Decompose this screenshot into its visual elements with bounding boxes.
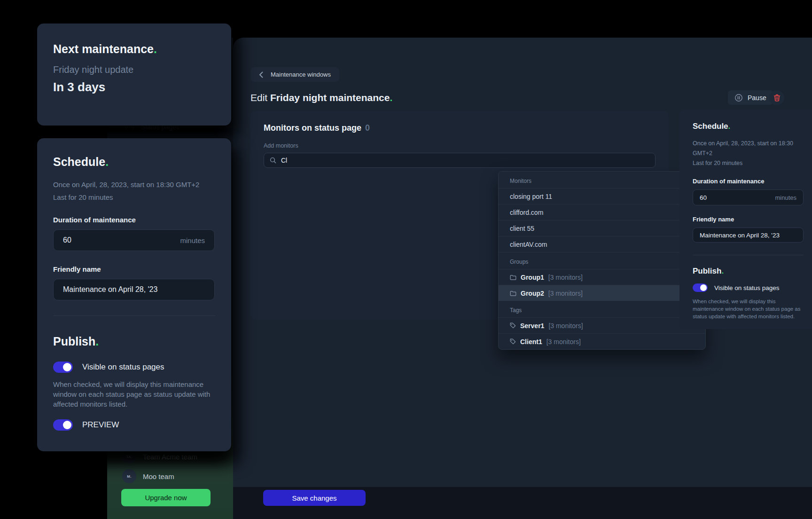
- pause-circle-icon: [734, 94, 743, 102]
- folder-icon: [510, 291, 516, 296]
- duration-label: Duration of maintenance: [53, 216, 215, 224]
- dropdown-item-monitor[interactable]: client 55: [499, 220, 705, 236]
- preview-toggle-label: PREVIEW: [82, 420, 119, 430]
- dropdown-section-tags: Tags: [499, 301, 705, 317]
- chevron-left-icon: [259, 71, 263, 78]
- next-maintenance-card: Next maintenance. Friday night update In…: [37, 24, 231, 126]
- add-monitors-label: Add monitors: [264, 142, 656, 149]
- next-maintenance-countdown: In 3 days: [53, 80, 215, 94]
- toggle-knob: [700, 284, 707, 291]
- visible-toggle[interactable]: [693, 283, 708, 292]
- dropdown-section-groups: Groups: [499, 252, 705, 269]
- next-maintenance-title: Next maintenance.: [53, 42, 215, 56]
- publish-heading: Publish.: [693, 267, 804, 276]
- preview-toggle-row: PREVIEW: [53, 419, 215, 431]
- monitors-panel-title: Monitors on status page0: [264, 123, 656, 133]
- schedule-card-heading: Schedule.: [53, 155, 215, 169]
- toggle-knob: [63, 421, 71, 429]
- next-maintenance-subtitle: Friday night update: [53, 64, 215, 75]
- dropdown-item-tag[interactable]: Client1[3 monitors]: [499, 333, 705, 349]
- back-button-label: Maintenance windows: [271, 71, 331, 78]
- publish-heading: Publish.: [53, 335, 215, 348]
- app-root: Status pages TA. Team Acme team M. Moo t…: [0, 0, 812, 519]
- footer-bar: Save changes: [233, 487, 812, 519]
- tag-icon: [510, 338, 516, 345]
- dropdown-item-tag[interactable]: Server1[3 monitors]: [499, 317, 705, 333]
- visible-toggle[interactable]: [53, 362, 73, 373]
- folder-icon: [510, 275, 516, 280]
- search-icon: [270, 157, 276, 164]
- delete-button[interactable]: [769, 90, 784, 105]
- team-avatar: M.: [122, 469, 136, 483]
- visible-description: When checked, we will display this maint…: [693, 298, 804, 320]
- friendly-name-input[interactable]: [63, 285, 204, 294]
- duration-unit: minutes: [180, 236, 205, 244]
- team-name: Team Acme team: [143, 453, 197, 461]
- duration-input[interactable]: [63, 236, 166, 244]
- schedule-heading: Schedule.: [693, 122, 804, 131]
- monitor-search-box[interactable]: [264, 153, 656, 168]
- friendly-name-field[interactable]: [693, 228, 804, 243]
- pause-button-label: Pause: [748, 94, 766, 102]
- dropdown-section-monitors: Monitors: [499, 172, 705, 188]
- visible-toggle-row: Visible on status pages: [693, 283, 804, 292]
- divider: [53, 315, 215, 316]
- back-button[interactable]: Maintenance windows: [250, 67, 339, 82]
- schedule-meta: Once on April, 28, 2023, start on 18:30 …: [693, 139, 804, 168]
- monitor-search-dropdown: Monitors closing port 11 clifford.com cl…: [498, 171, 706, 350]
- dropdown-item-monitor[interactable]: closing port 11: [499, 188, 705, 204]
- schedule-card-meta: Once on April, 28, 2023, start on 18:30 …: [53, 178, 215, 204]
- tag-icon: [510, 322, 516, 329]
- visible-toggle-row: Visible on status pages: [53, 362, 215, 373]
- duration-input[interactable]: [700, 194, 770, 201]
- friendly-name-field[interactable]: [53, 279, 215, 300]
- sidebar-team-moo[interactable]: M. Moo team: [122, 469, 174, 483]
- toggle-knob: [63, 363, 71, 371]
- preview-toggle[interactable]: [53, 419, 73, 431]
- friendly-name-label: Friendly name: [693, 216, 804, 223]
- sidebar-team-acme[interactable]: TA. Team Acme team: [122, 449, 197, 464]
- trash-icon: [773, 94, 781, 102]
- dropdown-item-group[interactable]: Group1[3 monitors]: [499, 269, 705, 285]
- duration-field[interactable]: minutes: [53, 229, 215, 251]
- visible-toggle-label: Visible on status pages: [82, 362, 164, 372]
- visible-toggle-label: Visible on status pages: [714, 284, 780, 291]
- team-name: Moo team: [143, 472, 174, 480]
- upgrade-now-button[interactable]: Upgrade now: [121, 489, 211, 506]
- schedule-card: Schedule. Once on April, 28, 2023, start…: [37, 138, 231, 451]
- save-changes-button[interactable]: Save changes: [263, 490, 366, 506]
- schedule-summary-panel: Schedule. Once on April, 28, 2023, start…: [679, 110, 812, 329]
- duration-field[interactable]: minutes: [693, 189, 804, 205]
- dropdown-item-group-highlighted[interactable]: Group2[3 monitors]: [499, 285, 705, 301]
- pause-button[interactable]: Pause: [728, 90, 773, 105]
- dropdown-item-monitor[interactable]: clifford.com: [499, 204, 705, 220]
- page-title: Edit Friday night maintenance.: [250, 92, 392, 103]
- divider: [693, 255, 804, 255]
- dropdown-item-monitor[interactable]: clientAV.com: [499, 236, 705, 252]
- duration-label: Duration of maintenance: [693, 178, 804, 185]
- duration-unit: minutes: [775, 194, 796, 201]
- visible-description: When checked, we will display this maint…: [53, 379, 211, 409]
- monitors-count: 0: [365, 123, 370, 133]
- friendly-name-input[interactable]: [700, 232, 796, 239]
- monitor-search-input[interactable]: [281, 157, 638, 164]
- title-accent-dot: .: [390, 92, 392, 103]
- team-avatar: TA.: [122, 449, 136, 464]
- friendly-name-label: Friendly name: [53, 265, 215, 273]
